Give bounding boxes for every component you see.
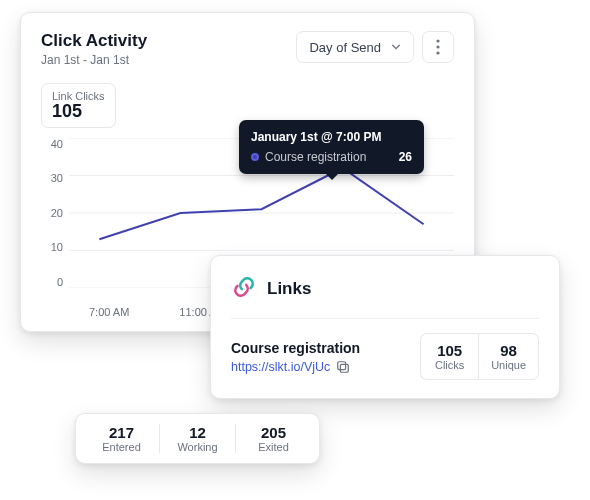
stat-unique: 98 Unique (478, 333, 539, 380)
link-name: Course registration (231, 340, 360, 356)
links-header: Links (231, 274, 539, 304)
links-row: Course registration https://slkt.io/VjUc… (231, 318, 539, 380)
tooltip-series: Course registration (251, 150, 366, 164)
stat-exited: 205 Exited (235, 424, 311, 453)
click-activity-header: Click Activity Jan 1st - Jan 1st Day of … (41, 31, 454, 67)
stat-unique-label: Unique (491, 359, 526, 371)
y-tick: 20 (41, 207, 63, 219)
svg-rect-9 (338, 361, 346, 369)
links-card: Links Course registration https://slkt.i… (210, 255, 560, 399)
link-url[interactable]: https://slkt.io/VjUc (231, 360, 330, 374)
click-activity-daterange: Jan 1st - Jan 1st (41, 53, 147, 67)
timeframe-dropdown[interactable]: Day of Send (296, 31, 414, 63)
chart-tooltip: January 1st @ 7:00 PM Course registratio… (239, 120, 424, 174)
tooltip-row: Course registration 26 (251, 150, 412, 164)
dropdown-label: Day of Send (309, 40, 381, 55)
stat-exited-label: Exited (236, 441, 311, 453)
stat-working-label: Working (160, 441, 235, 453)
y-tick: 0 (41, 276, 63, 288)
y-tick: 40 (41, 138, 63, 150)
stat-entered-label: Entered (84, 441, 159, 453)
more-menu-button[interactable] (422, 31, 454, 63)
stat-clicks: 105 Clicks (420, 333, 478, 380)
link-stats: 105 Clicks 98 Unique (420, 333, 539, 380)
kebab-icon (436, 39, 440, 55)
links-icon (231, 274, 257, 304)
chart-series-line (99, 168, 423, 239)
tooltip-series-label: Course registration (265, 150, 366, 164)
header-controls: Day of Send (296, 31, 454, 63)
y-axis: 40 30 20 10 0 (41, 138, 69, 288)
stat-exited-value: 205 (236, 424, 311, 441)
chevron-down-icon (391, 42, 401, 52)
tooltip-dot-icon (251, 153, 259, 161)
svg-rect-8 (341, 364, 349, 372)
x-tick: 7:00 AM (89, 306, 129, 318)
stat-entered-value: 217 (84, 424, 159, 441)
svg-point-2 (436, 51, 439, 54)
stat-clicks-label: Clicks (433, 359, 466, 371)
copy-icon[interactable] (336, 360, 350, 374)
y-tick: 10 (41, 241, 63, 253)
svg-point-0 (436, 39, 439, 42)
title-block: Click Activity Jan 1st - Jan 1st (41, 31, 147, 67)
stat-unique-value: 98 (491, 342, 526, 359)
stat-working-value: 12 (160, 424, 235, 441)
y-tick: 30 (41, 172, 63, 184)
tooltip-value: 26 (399, 150, 412, 164)
stat-clicks-value: 105 (433, 342, 466, 359)
engagement-stats-card: 217 Entered 12 Working 205 Exited (75, 413, 320, 464)
svg-point-1 (436, 45, 439, 48)
link-info: Course registration https://slkt.io/VjUc (231, 340, 360, 374)
stat-entered: 217 Entered (84, 424, 159, 453)
click-activity-title: Click Activity (41, 31, 147, 51)
link-url-row: https://slkt.io/VjUc (231, 360, 360, 374)
tooltip-title: January 1st @ 7:00 PM (251, 130, 412, 144)
link-clicks-metric[interactable]: Link Clicks 105 (41, 83, 116, 128)
links-title: Links (267, 279, 311, 299)
stat-working: 12 Working (159, 424, 235, 453)
metric-value: 105 (52, 102, 105, 121)
engagement-stats-row: 217 Entered 12 Working 205 Exited (84, 424, 311, 453)
